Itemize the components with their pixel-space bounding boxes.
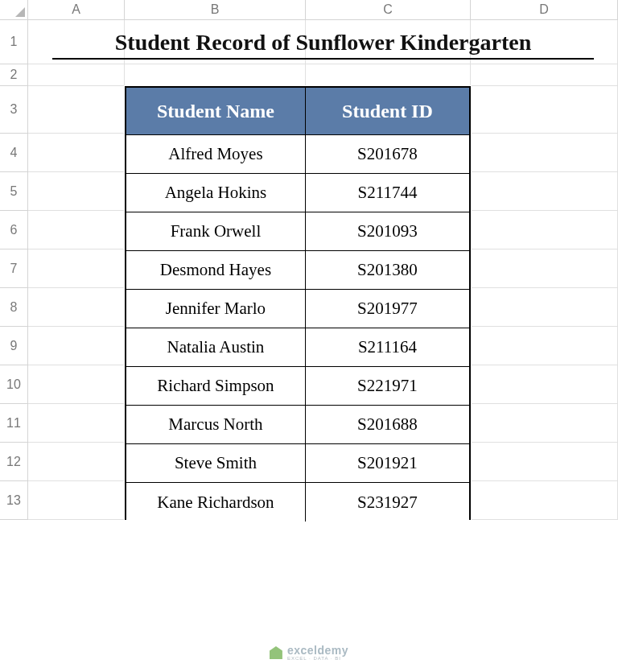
row-header-8[interactable]: 8 [0, 288, 28, 327]
cell-student-id[interactable]: S201977 [306, 290, 469, 328]
column-header-D[interactable]: D [471, 0, 618, 20]
table-row: Kane RichardsonS231927 [126, 483, 469, 522]
cell-student-id[interactable]: S211164 [306, 328, 469, 367]
watermark-main: exceldemy [287, 645, 348, 656]
select-all-triangle[interactable] [0, 0, 28, 20]
row-headers: 12345678910111213 [0, 20, 28, 520]
cell-student-name[interactable]: Richard Simpson [126, 367, 306, 406]
column-header-B[interactable]: B [125, 0, 306, 20]
row-header-6[interactable]: 6 [0, 211, 28, 249]
cell-student-id[interactable]: S221971 [306, 367, 469, 406]
column-headers: ABCD [28, 0, 618, 20]
title-underline [52, 58, 594, 60]
column-header-C[interactable]: C [306, 0, 471, 20]
row-header-11[interactable]: 11 [0, 404, 28, 443]
row-header-1[interactable]: 1 [0, 20, 28, 64]
row-header-2[interactable]: 2 [0, 64, 28, 86]
grid-content: Student Record of Sunflower Kindergarten… [28, 20, 618, 520]
cell-student-name[interactable]: Jennifer Marlo [126, 290, 306, 328]
cell-student-name[interactable]: Frank Orwell [126, 212, 306, 251]
table-row: Marcus NorthS201688 [126, 406, 469, 444]
cell-student-name[interactable]: Angela Hokins [126, 174, 306, 212]
row-header-7[interactable]: 7 [0, 249, 28, 288]
row-header-13[interactable]: 13 [0, 481, 28, 520]
row-header-3[interactable]: 3 [0, 86, 28, 134]
cell-student-name[interactable]: Desmond Hayes [126, 251, 306, 290]
spreadsheet: ABCD 12345678910111213 Student Record of… [0, 0, 618, 672]
table-row: Angela HokinsS211744 [126, 174, 469, 212]
watermark-text: exceldemy EXCEL · DATA · BI [287, 645, 348, 661]
watermark-sub: EXCEL · DATA · BI [287, 656, 348, 661]
table-row: Frank OrwellS201093 [126, 212, 469, 251]
table-row: Desmond HayesS201380 [126, 251, 469, 290]
table-row: Steve SmithS201921 [126, 444, 469, 483]
row-header-5[interactable]: 5 [0, 172, 28, 211]
cell-student-id[interactable]: S201678 [306, 135, 469, 174]
row-header-10[interactable]: 10 [0, 365, 28, 404]
row-header-12[interactable]: 12 [0, 443, 28, 481]
cell-student-id[interactable]: S231927 [306, 483, 469, 522]
row-header-9[interactable]: 9 [0, 327, 28, 365]
cell-student-name[interactable]: Kane Richardson [126, 483, 306, 522]
table-row: Richard SimpsonS221971 [126, 367, 469, 406]
cell-student-id[interactable]: S201093 [306, 212, 469, 251]
cell-student-id[interactable]: S201688 [306, 406, 469, 444]
table-row: Jennifer MarloS201977 [126, 290, 469, 328]
col-student-name[interactable]: Student Name [126, 88, 306, 135]
column-header-A[interactable]: A [28, 0, 125, 20]
cell-student-name[interactable]: Natalia Austin [126, 328, 306, 367]
cell-student-name[interactable]: Steve Smith [126, 444, 306, 483]
cell-student-name[interactable]: Marcus North [126, 406, 306, 444]
watermark-logo: exceldemy EXCEL · DATA · BI [270, 645, 348, 661]
table-row: Alfred MoyesS201678 [126, 135, 469, 174]
row-header-4[interactable]: 4 [0, 134, 28, 172]
cell-student-id[interactable]: S201921 [306, 444, 469, 483]
table-row: Natalia AustinS211164 [126, 328, 469, 367]
cell-student-name[interactable]: Alfred Moyes [126, 135, 306, 174]
col-student-id[interactable]: Student ID [306, 88, 469, 135]
cell-student-id[interactable]: S201380 [306, 251, 469, 290]
cell-student-id[interactable]: S211744 [306, 174, 469, 212]
exceldemy-icon [270, 646, 282, 659]
student-table: Student NameStudent IDAlfred MoyesS20167… [125, 86, 471, 520]
